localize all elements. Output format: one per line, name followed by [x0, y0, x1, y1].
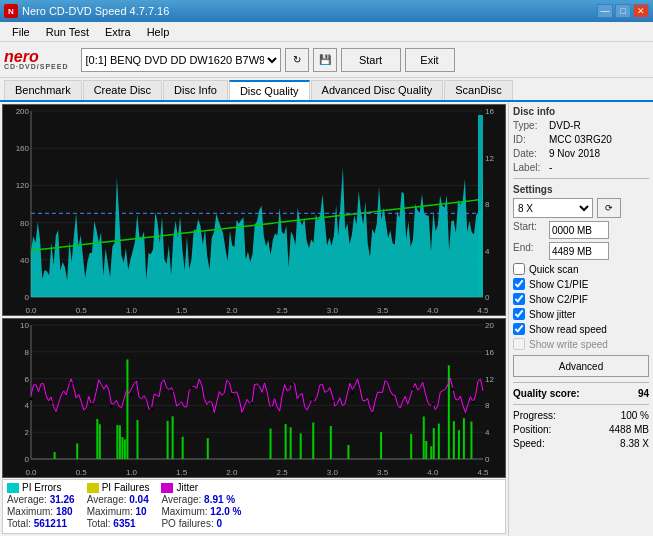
- menu-bar: File Run Test Extra Help: [0, 22, 653, 42]
- legend-area: PI Errors Average: 31.26 Maximum: 180 To…: [2, 479, 506, 534]
- chart2-container: [2, 318, 506, 478]
- show-read-speed-checkbox[interactable]: [513, 323, 525, 335]
- divider3: [513, 404, 649, 405]
- pi-failures-total-label: Total:: [87, 518, 111, 529]
- date-label: Date:: [513, 148, 545, 159]
- tab-advanced-disc-quality[interactable]: Advanced Disc Quality: [311, 80, 444, 100]
- tabs: Benchmark Create Disc Disc Info Disc Qua…: [0, 78, 653, 102]
- divider1: [513, 178, 649, 179]
- tab-disc-info[interactable]: Disc Info: [163, 80, 228, 100]
- pi-errors-total-value: 561211: [34, 518, 67, 529]
- pi-failures-max-label: Maximum:: [87, 506, 133, 517]
- show-jitter-checkbox[interactable]: [513, 308, 525, 320]
- tab-benchmark[interactable]: Benchmark: [4, 80, 82, 100]
- show-read-speed-row: Show read speed: [513, 323, 649, 335]
- legend-pi-failures: PI Failures Average: 0.04 Maximum: 10 To…: [87, 482, 150, 531]
- position-label: Position:: [513, 424, 551, 435]
- progress-value: 100 %: [621, 410, 649, 421]
- nero-logo: nero CD·DVD/SPEED: [4, 49, 69, 70]
- pi-failures-total-value: 6351: [113, 518, 135, 529]
- title-bar-buttons: — □ ✕: [597, 4, 649, 18]
- label-value: -: [549, 162, 552, 173]
- pi-failures-color: [87, 483, 99, 493]
- chart2-canvas: [3, 319, 505, 477]
- start-row: Start:: [513, 221, 649, 239]
- menu-extra[interactable]: Extra: [97, 22, 139, 41]
- main-content: PI Errors Average: 31.26 Maximum: 180 To…: [0, 102, 653, 536]
- show-c1pie-label: Show C1/PIE: [529, 279, 588, 290]
- type-label: Type:: [513, 120, 545, 131]
- pi-errors-total-label: Total:: [7, 518, 31, 529]
- settings-refresh[interactable]: ⟳: [597, 198, 621, 218]
- nero-logo-bot: CD·DVD/SPEED: [4, 63, 69, 70]
- charts-section: PI Errors Average: 31.26 Maximum: 180 To…: [0, 102, 508, 536]
- end-input[interactable]: [549, 242, 609, 260]
- position-value: 4488 MB: [609, 424, 649, 435]
- pi-errors-avg-label: Average:: [7, 494, 47, 505]
- show-c1pie-checkbox[interactable]: [513, 278, 525, 290]
- jitter-max-value: 12.0 %: [210, 506, 241, 517]
- exit-button[interactable]: Exit: [405, 48, 455, 72]
- pi-failures-avg-value: 0.04: [129, 494, 148, 505]
- legend-pi-errors: PI Errors Average: 31.26 Maximum: 180 To…: [7, 482, 75, 531]
- start-input[interactable]: [549, 221, 609, 239]
- advanced-button[interactable]: Advanced: [513, 355, 649, 377]
- end-row: End:: [513, 242, 649, 260]
- quality-score-value: 94: [638, 388, 649, 399]
- jitter-color: [161, 483, 173, 493]
- show-write-speed-label: Show write speed: [529, 339, 608, 350]
- maximize-button[interactable]: □: [615, 4, 631, 18]
- pi-failures-label: PI Failures: [102, 482, 150, 493]
- jitter-label: Jitter: [176, 482, 198, 493]
- quick-scan-checkbox[interactable]: [513, 263, 525, 275]
- po-failures-label: PO failures:: [161, 518, 213, 529]
- jitter-max-label: Maximum:: [161, 506, 207, 517]
- show-c2pif-row: Show C2/PIF: [513, 293, 649, 305]
- show-jitter-row: Show jitter: [513, 308, 649, 320]
- position-row: Position: 4488 MB: [513, 424, 649, 435]
- speed-row: Speed: 8.38 X: [513, 438, 649, 449]
- pi-errors-color: [7, 483, 19, 493]
- start-button[interactable]: Start: [341, 48, 401, 72]
- id-label: ID:: [513, 134, 545, 145]
- settings-title: Settings: [513, 184, 649, 195]
- show-jitter-label: Show jitter: [529, 309, 576, 320]
- legend-jitter: Jitter Average: 8.91 % Maximum: 12.0 % P…: [161, 482, 241, 531]
- progress-label: Progress:: [513, 410, 556, 421]
- menu-run-test[interactable]: Run Test: [38, 22, 97, 41]
- tab-disc-quality[interactable]: Disc Quality: [229, 80, 310, 100]
- id-value: MCC 03RG20: [549, 134, 612, 145]
- tab-create-disc[interactable]: Create Disc: [83, 80, 162, 100]
- disc-info-title: Disc info: [513, 106, 649, 117]
- chart1-container: [2, 104, 506, 316]
- speed-value: 8.38 X: [620, 438, 649, 449]
- title-bar-text: Nero CD-DVD Speed 4.7.7.16: [22, 5, 169, 17]
- app-icon: N: [4, 4, 18, 18]
- disc-type-row: Type: DVD-R: [513, 120, 649, 131]
- speed-select[interactable]: 8 X: [513, 198, 593, 218]
- show-write-speed-row: Show write speed: [513, 338, 649, 350]
- drive-select[interactable]: [0:1] BENQ DVD DD DW1620 B7W9: [81, 48, 281, 72]
- pi-errors-max-value: 180: [56, 506, 73, 517]
- tab-scan-disc[interactable]: ScanDisc: [444, 80, 512, 100]
- pi-errors-max-label: Maximum:: [7, 506, 53, 517]
- pi-failures-max-value: 10: [136, 506, 147, 517]
- minimize-button[interactable]: —: [597, 4, 613, 18]
- save-button[interactable]: 💾: [313, 48, 337, 72]
- title-bar-left: N Nero CD-DVD Speed 4.7.7.16: [4, 4, 169, 18]
- show-c2pif-label: Show C2/PIF: [529, 294, 588, 305]
- menu-file[interactable]: File: [4, 22, 38, 41]
- show-c2pif-checkbox[interactable]: [513, 293, 525, 305]
- show-c1pie-row: Show C1/PIE: [513, 278, 649, 290]
- refresh-button[interactable]: ↻: [285, 48, 309, 72]
- progress-row: Progress: 100 %: [513, 410, 649, 421]
- close-button[interactable]: ✕: [633, 4, 649, 18]
- pi-errors-avg-value: 31.26: [50, 494, 75, 505]
- title-bar: N Nero CD-DVD Speed 4.7.7.16 — □ ✕: [0, 0, 653, 22]
- menu-help[interactable]: Help: [139, 22, 178, 41]
- start-label: Start:: [513, 221, 545, 239]
- disc-id-row: ID: MCC 03RG20: [513, 134, 649, 145]
- quality-score-label: Quality score:: [513, 388, 580, 399]
- po-failures-value: 0: [216, 518, 222, 529]
- label-label: Label:: [513, 162, 545, 173]
